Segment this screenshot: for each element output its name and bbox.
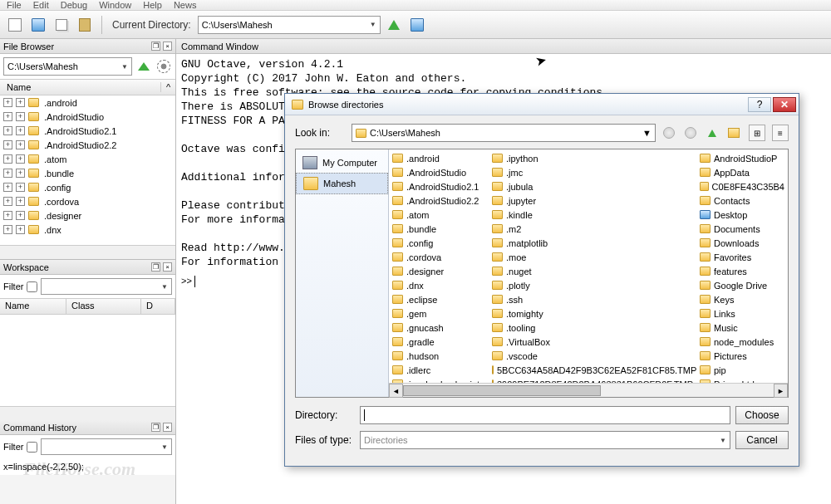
ws-filter-checkbox[interactable] <box>27 281 37 292</box>
file-item[interactable]: .jupyter <box>492 193 693 208</box>
expand-icon[interactable]: + <box>16 211 25 220</box>
file-item[interactable]: Google Drive <box>700 278 784 292</box>
ws-col-class[interactable]: Class <box>66 299 141 314</box>
file-item[interactable]: .idlerc <box>392 363 485 377</box>
expand-icon[interactable]: + <box>16 225 25 234</box>
browse-dir-button[interactable] <box>407 15 427 35</box>
file-item[interactable]: Pictures <box>700 349 784 363</box>
file-item[interactable]: .kindle <box>492 208 693 222</box>
scroll-left-arrow[interactable]: ◄ <box>389 384 403 398</box>
fb-hscroll[interactable] <box>0 245 175 259</box>
file-item[interactable]: .tomighty <box>492 306 693 321</box>
file-item[interactable]: .vscode <box>492 349 693 363</box>
tree-row[interactable]: ++.designer <box>0 208 175 223</box>
file-list-col[interactable]: .ipython.jmc.jubula.jupyter.kindle.m2.ma… <box>489 149 696 383</box>
nav-up-button[interactable] <box>704 125 720 141</box>
file-item[interactable]: .designer <box>392 264 485 278</box>
file-item[interactable]: .jmc <box>492 165 693 179</box>
expand-icon[interactable]: + <box>16 197 25 206</box>
file-item[interactable]: C0E8FE43C35B4 <box>700 179 784 193</box>
workspace-body[interactable] <box>0 315 175 406</box>
file-item[interactable]: .dnx <box>392 278 485 292</box>
file-item[interactable]: .plotly <box>492 278 693 292</box>
list-view-button[interactable]: ≡ <box>772 125 789 141</box>
file-item[interactable]: .cordova <box>392 250 485 264</box>
tree-row[interactable]: ++.AndroidStudio <box>0 110 175 124</box>
file-item[interactable]: .jubula <box>492 179 693 193</box>
panel-close-button[interactable]: × <box>163 262 172 272</box>
expand-icon[interactable]: + <box>3 211 12 220</box>
file-item[interactable]: node_modules <box>700 335 784 349</box>
directory-input[interactable] <box>360 406 730 424</box>
file-item[interactable]: .ipython <box>492 151 693 165</box>
dialog-help-button[interactable]: ? <box>748 97 771 112</box>
expand-icon[interactable]: + <box>16 126 25 135</box>
file-item[interactable]: Favorites <box>700 250 784 264</box>
tree-row[interactable]: ++.bundle <box>0 166 175 180</box>
expand-icon[interactable]: + <box>3 126 12 135</box>
ws-filter-combo[interactable]: ▼ <box>41 278 172 295</box>
expand-icon[interactable]: + <box>3 225 12 234</box>
new-file-button[interactable] <box>5 15 25 35</box>
ch-filter-combo[interactable]: ▼ <box>41 438 172 455</box>
fb-up-button[interactable] <box>135 58 152 75</box>
nav-forward-button[interactable] <box>682 125 699 141</box>
new-folder-button[interactable] <box>725 125 742 141</box>
ws-hscroll[interactable] <box>0 406 175 420</box>
file-list-col[interactable]: .android.AndroidStudio.AndroidStudio2.1.… <box>389 149 489 383</box>
file-item[interactable]: .bundle <box>392 222 485 236</box>
fb-settings-button[interactable] <box>155 58 172 75</box>
file-item[interactable]: .matplotlib <box>492 236 693 250</box>
file-item[interactable]: Downloads <box>700 236 784 250</box>
tree-row[interactable]: ++.AndroidStudio2.1 <box>0 124 175 138</box>
file-item[interactable]: Documents <box>700 222 784 236</box>
file-item[interactable]: .eclipse <box>392 292 485 306</box>
panel-close-button[interactable]: × <box>163 42 172 51</box>
files-type-combo[interactable]: Directories ▼ <box>360 431 730 449</box>
nav-back-button[interactable] <box>661 125 677 141</box>
ws-col-d[interactable]: D <box>141 299 175 314</box>
file-item[interactable]: .moe <box>492 250 693 264</box>
file-item[interactable]: .AndroidStudio2.2 <box>392 193 485 208</box>
expand-icon[interactable]: + <box>3 98 12 107</box>
expand-icon[interactable]: + <box>3 154 12 164</box>
scroll-thumb[interactable] <box>403 385 601 396</box>
file-item[interactable]: Keys <box>700 292 784 306</box>
expand-icon[interactable]: + <box>16 112 25 121</box>
expand-icon[interactable]: + <box>16 183 25 192</box>
file-item[interactable]: .gem <box>392 306 485 321</box>
file-item[interactable]: .AndroidStudio <box>392 165 485 179</box>
sidebar-user-folder[interactable]: Mahesh <box>296 173 388 194</box>
command-history-list[interactable]: x=linspace(-2,2,50); <box>0 458 175 475</box>
file-item[interactable]: .nuget <box>492 264 693 278</box>
panel-undock-button[interactable]: ❐ <box>151 42 160 51</box>
expand-icon[interactable]: + <box>16 140 25 149</box>
ws-col-name[interactable]: Name <box>0 299 66 314</box>
menu-debug[interactable]: Debug <box>61 0 87 10</box>
panel-close-button[interactable]: × <box>163 423 172 432</box>
file-item[interactable]: .gradle <box>392 335 485 349</box>
expand-icon[interactable]: + <box>16 169 25 178</box>
expand-icon[interactable]: + <box>3 183 12 192</box>
file-item[interactable]: .ipynb_checkpoints <box>392 377 485 383</box>
file-item[interactable]: 5BCC634A58AD42F9B3C62EA52F81CF85.TMP <box>492 363 693 377</box>
file-item[interactable]: Privax Ltd <box>700 377 784 383</box>
file-item[interactable]: Desktop <box>700 208 784 222</box>
file-item[interactable]: 3909BE712D8F42D2BA463831B60CFD0F.TMP <box>492 377 693 383</box>
file-item[interactable]: .m2 <box>492 222 693 236</box>
lookin-combo[interactable]: C:\Users\Mahesh ▼ <box>352 124 656 142</box>
file-item[interactable]: AndroidStudioP <box>700 151 784 165</box>
expand-icon[interactable]: + <box>16 154 25 164</box>
file-browser-tree[interactable]: ++.android++.AndroidStudio++.AndroidStud… <box>0 95 175 245</box>
file-item[interactable]: AppData <box>700 165 784 179</box>
menu-news[interactable]: News <box>174 0 197 10</box>
tree-row[interactable]: ++.dnx <box>0 223 175 237</box>
menubar[interactable]: File Edit Debug Window Help News <box>0 0 831 11</box>
fb-col-sort[interactable]: ^ <box>161 82 175 92</box>
tree-row[interactable]: ++.android <box>0 95 175 110</box>
dir-up-button[interactable] <box>384 15 404 35</box>
expand-icon[interactable]: + <box>3 169 12 178</box>
history-entry[interactable]: x=linspace(-2,2,50); <box>3 462 172 472</box>
menu-help[interactable]: Help <box>143 0 162 10</box>
file-list-hscroll[interactable]: ◄ ► <box>389 383 788 397</box>
